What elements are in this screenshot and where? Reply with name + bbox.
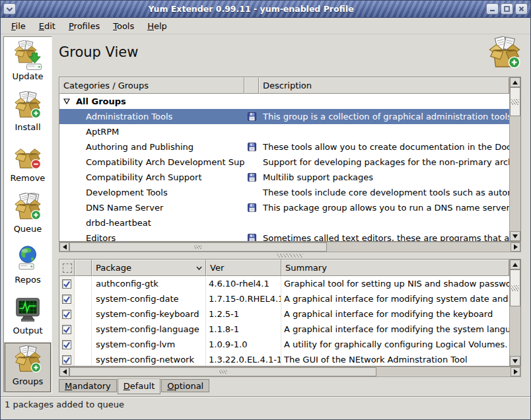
sidebar-item-output[interactable]: Output — [4, 291, 52, 342]
package-table-horizontal-scrollbar[interactable] — [59, 367, 521, 377]
package-name: system-config-language — [92, 322, 206, 337]
column-header-summary[interactable]: Summary — [281, 260, 509, 276]
column-header-package[interactable]: Package — [92, 260, 206, 276]
package-checkbox[interactable] — [62, 355, 71, 365]
package-checkbox[interactable] — [62, 279, 71, 289]
group-row-all-groups[interactable]: All Groups — [59, 94, 509, 109]
maximize-button[interactable] — [501, 3, 513, 15]
group-row-drbd-heartbeat[interactable]: drbd-heartbeat — [59, 215, 509, 230]
queue-icon — [13, 193, 43, 223]
column-header-ver[interactable]: Ver — [206, 260, 281, 276]
group-description: These tools include core development too… — [263, 188, 509, 197]
menu-tools[interactable]: Tools — [106, 20, 141, 32]
menu-edit[interactable]: Edit — [32, 20, 62, 32]
group-description: Support for developing packages for the … — [263, 157, 509, 167]
package-row-authconfig-gtk[interactable]: authconfig-gtk 4.6.10-rhel4.1 Graphical … — [59, 276, 509, 291]
sidebar-item-groups[interactable]: Groups — [4, 342, 52, 393]
package-row-system-config-keyboard[interactable]: system-config-keyboard 1.2.5-1 A graphic… — [59, 306, 509, 322]
window-menu-button[interactable] — [3, 3, 16, 15]
tab-optional[interactable]: Optional — [161, 379, 209, 392]
sidebar-item-label: Update — [12, 71, 43, 81]
column-header-description[interactable]: Description — [259, 77, 509, 94]
check-icon — [63, 310, 71, 318]
group-row-development-tools[interactable]: Development Tools These tools include co… — [59, 185, 509, 200]
check-icon — [63, 295, 71, 303]
scroll-up-button[interactable] — [510, 77, 520, 87]
package-row-system-config-lvm[interactable]: system-config-lvm 1.0.9-1.0 A utility fo… — [59, 337, 509, 352]
check-icon — [63, 326, 71, 333]
package-checkbox[interactable] — [62, 325, 71, 334]
package-checkbox[interactable] — [62, 310, 71, 319]
media-icon — [248, 173, 256, 182]
scroll-down-button[interactable] — [510, 356, 520, 366]
titlebar[interactable]: Yum Extender 0.99.11 - yum-enabled Profi… — [1, 1, 530, 18]
column-header-select-all[interactable] — [59, 260, 75, 276]
package-name: system-config-network — [92, 352, 206, 366]
sidebar-item-queue[interactable]: Queue — [4, 190, 52, 240]
scrollbar-thumb[interactable] — [510, 269, 520, 306]
group-row-administration-tools[interactable]: Administration Tools This group is a col… — [59, 109, 509, 124]
group-row-authoring-and-publishing[interactable]: Authoring and Publishing These tools all… — [59, 139, 509, 155]
scrollbar-thumb[interactable] — [69, 242, 327, 252]
menubar: File Edit Profiles Tools Help — [1, 18, 530, 34]
arrow-down-icon — [513, 234, 518, 238]
statusbar: 1 packages added to queue — [1, 396, 530, 419]
scrollbar-track[interactable] — [69, 242, 511, 252]
scrollbar-thumb[interactable] — [510, 87, 520, 116]
app-body: Update Install Remove Queue — [1, 34, 530, 397]
select-all-checkbox[interactable] — [63, 263, 72, 273]
scrollbar-track[interactable] — [69, 367, 511, 376]
sidebar-item-install[interactable]: Install — [4, 88, 52, 139]
group-label: Editors — [86, 233, 116, 241]
group-label: Compatibility Arch Development Support — [86, 157, 244, 167]
group-row-aptrpm[interactable]: AptRPM — [59, 124, 509, 139]
scroll-up-button[interactable] — [510, 260, 520, 269]
package-checkbox[interactable] — [62, 340, 71, 349]
scrollbar-thumb[interactable] — [69, 367, 376, 376]
menu-profiles[interactable]: Profiles — [62, 20, 106, 32]
media-icon — [248, 203, 256, 212]
sidebar-item-remove[interactable]: Remove — [4, 139, 52, 190]
pane-splitter[interactable] — [59, 253, 521, 258]
sidebar-item-repos[interactable]: Repos — [4, 240, 52, 291]
scrollbar-track[interactable] — [510, 116, 520, 231]
package-row-system-config-network[interactable]: system-config-network 1.3.22.0.EL.4.1-1 … — [59, 352, 509, 366]
group-description: Multilib support packages — [263, 172, 373, 182]
minimize-button[interactable] — [486, 3, 499, 15]
menu-help[interactable]: Help — [141, 20, 174, 32]
group-row-compat-arch-dev-support[interactable]: Compatibility Arch Development Support S… — [59, 155, 509, 170]
package-table: Package Ver Summary authconfig-gtk 4.6.1… — [59, 259, 521, 367]
package-row-system-config-date[interactable]: system-config-date 1.7.15-0.RHEL4.1 A gr… — [59, 291, 509, 306]
group-row-editors[interactable]: Editors Sometimes called text editors, t… — [59, 230, 509, 241]
scrollbar-track[interactable] — [510, 306, 520, 356]
group-table-vertical-scrollbar[interactable] — [509, 77, 520, 241]
package-name: system-config-date — [92, 291, 206, 306]
update-icon — [13, 40, 43, 71]
group-table-horizontal-scrollbar[interactable] — [59, 242, 521, 252]
group-description: This package group allows you to run a D… — [263, 203, 509, 213]
media-icon — [248, 143, 256, 151]
menu-file[interactable]: File — [5, 20, 32, 32]
package-table-vertical-scrollbar[interactable] — [509, 260, 520, 366]
group-row-compat-arch-support[interactable]: Compatibility Arch Support Multilib supp… — [59, 170, 509, 185]
group-label: All Groups — [76, 96, 126, 106]
scroll-left-button[interactable] — [59, 242, 69, 252]
scroll-right-button[interactable] — [511, 367, 520, 376]
column-header-categories-groups[interactable]: Categories / Groups — [59, 77, 244, 94]
expander-icon[interactable] — [63, 98, 70, 104]
scroll-right-button[interactable] — [511, 242, 520, 252]
tab-mandatory[interactable]: Mandatory — [59, 379, 117, 392]
sort-descending-icon — [196, 266, 202, 270]
package-checkbox[interactable] — [62, 295, 71, 304]
sidebar-item-update[interactable]: Update — [4, 37, 52, 88]
group-label: Administration Tools — [86, 112, 172, 122]
package-row-system-config-language[interactable]: system-config-language 1.1.8-1 A graphic… — [59, 322, 509, 337]
column-header-status-icon[interactable] — [75, 260, 92, 276]
scroll-down-button[interactable] — [510, 231, 520, 241]
tab-default[interactable]: Default — [118, 378, 161, 394]
media-icon — [248, 234, 256, 241]
close-button[interactable] — [515, 3, 528, 15]
group-row-dns-name-server[interactable]: DNS Name Server This package group allow… — [59, 200, 509, 215]
scroll-left-button[interactable] — [59, 367, 69, 376]
column-header-media-icon[interactable] — [244, 77, 259, 94]
